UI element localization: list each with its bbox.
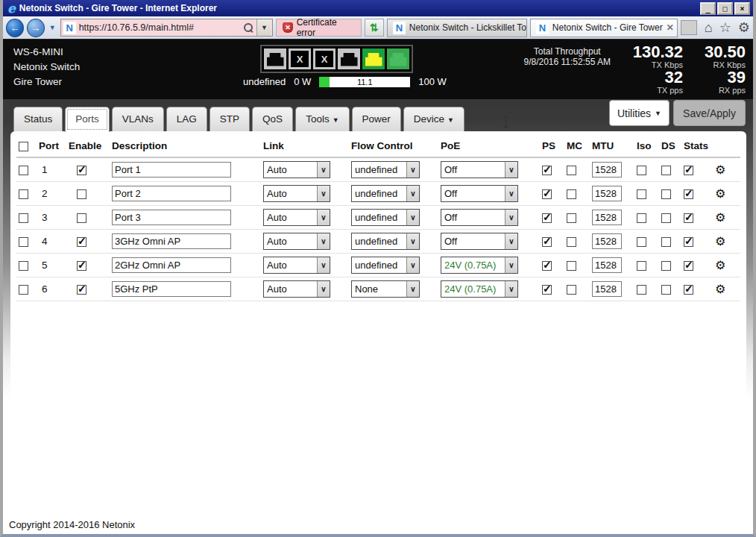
row-select-checkbox[interactable] bbox=[19, 285, 28, 295]
back-button[interactable]: ← bbox=[6, 19, 24, 37]
port-settings-gear-icon[interactable]: ⚙ bbox=[715, 259, 725, 271]
description-input[interactable] bbox=[112, 210, 231, 225]
ds-checkbox[interactable] bbox=[661, 261, 671, 271]
iso-checkbox[interactable] bbox=[637, 237, 646, 247]
refresh-button[interactable]: ⇅ bbox=[365, 19, 384, 37]
enable-checkbox[interactable] bbox=[77, 261, 86, 271]
browser-tab[interactable]: NNetonix Switch - Lickskillet Tower bbox=[387, 19, 527, 37]
ds-checkbox[interactable] bbox=[661, 237, 671, 247]
flow-control-select[interactable]: undefined∨ bbox=[351, 257, 420, 274]
tab-stp[interactable]: STP bbox=[210, 107, 250, 131]
description-input[interactable] bbox=[112, 233, 231, 249]
search-icon[interactable] bbox=[244, 23, 253, 33]
link-select[interactable]: Auto∨ bbox=[263, 280, 330, 298]
row-select-checkbox[interactable] bbox=[19, 261, 28, 271]
maximize-button[interactable]: □ bbox=[717, 2, 733, 15]
tab-power[interactable]: Power bbox=[352, 107, 401, 131]
enable-checkbox[interactable] bbox=[77, 285, 86, 295]
tab-status[interactable]: Status bbox=[13, 107, 63, 131]
description-input[interactable] bbox=[112, 257, 231, 273]
iso-checkbox[interactable] bbox=[637, 213, 646, 223]
ps-checkbox[interactable] bbox=[542, 213, 552, 223]
mc-checkbox[interactable] bbox=[567, 166, 576, 175]
mc-checkbox[interactable] bbox=[567, 285, 576, 295]
mc-checkbox[interactable] bbox=[567, 189, 576, 199]
mtu-input[interactable] bbox=[592, 281, 622, 297]
address-bar[interactable]: N https://10.76.5.9/main.html# ▼ bbox=[60, 19, 274, 37]
mtu-input[interactable] bbox=[592, 257, 622, 273]
flow-control-select[interactable]: None∨ bbox=[351, 280, 420, 298]
tab-close-icon[interactable]: ✕ bbox=[667, 22, 674, 33]
link-select[interactable]: Auto∨ bbox=[263, 185, 330, 202]
minimize-button[interactable]: _ bbox=[700, 2, 716, 15]
enable-checkbox[interactable] bbox=[77, 237, 86, 247]
url-text[interactable]: https://10.76.5.9/main.html# bbox=[79, 22, 242, 33]
enable-checkbox[interactable] bbox=[77, 213, 86, 223]
port-settings-gear-icon[interactable]: ⚙ bbox=[715, 235, 725, 248]
stats-checkbox[interactable] bbox=[684, 213, 693, 223]
mtu-input[interactable] bbox=[592, 210, 622, 225]
link-select[interactable]: Auto∨ bbox=[263, 209, 330, 226]
flow-control-select[interactable]: undefined∨ bbox=[351, 161, 420, 178]
ds-checkbox[interactable] bbox=[661, 213, 671, 223]
ds-checkbox[interactable] bbox=[661, 285, 671, 295]
ps-checkbox[interactable] bbox=[542, 166, 552, 175]
close-button[interactable]: × bbox=[734, 2, 750, 15]
stats-checkbox[interactable] bbox=[684, 166, 693, 175]
description-input[interactable] bbox=[112, 281, 231, 297]
browser-tab[interactable]: NNetonix Switch - Gire Tower✕ bbox=[530, 19, 678, 37]
mtu-input[interactable] bbox=[592, 233, 622, 249]
home-icon[interactable]: ⌂ bbox=[705, 20, 713, 36]
favorites-star-icon[interactable]: ☆ bbox=[719, 19, 731, 36]
port-settings-gear-icon[interactable]: ⚙ bbox=[715, 283, 725, 295]
iso-checkbox[interactable] bbox=[637, 261, 646, 271]
tab-qos[interactable]: QoS bbox=[252, 107, 293, 131]
save-apply-button[interactable]: Save/Apply bbox=[673, 100, 746, 126]
address-dropdown-icon[interactable]: ▼ bbox=[256, 19, 271, 36]
settings-gear-icon[interactable]: ⚙ bbox=[738, 19, 750, 36]
poe-select[interactable]: Off∨ bbox=[441, 209, 518, 226]
port-settings-gear-icon[interactable]: ⚙ bbox=[715, 187, 725, 200]
stats-checkbox[interactable] bbox=[684, 189, 693, 199]
recent-pages-dropdown-icon[interactable]: ▼ bbox=[49, 24, 56, 31]
link-select[interactable]: Auto∨ bbox=[263, 257, 330, 274]
ps-checkbox[interactable] bbox=[542, 261, 552, 271]
row-select-checkbox[interactable] bbox=[19, 237, 28, 247]
tab-lag[interactable]: LAG bbox=[166, 107, 207, 131]
port-settings-gear-icon[interactable]: ⚙ bbox=[715, 211, 725, 224]
mtu-input[interactable] bbox=[592, 162, 622, 178]
stats-checkbox[interactable] bbox=[684, 261, 693, 271]
row-select-checkbox[interactable] bbox=[19, 166, 28, 175]
mc-checkbox[interactable] bbox=[567, 261, 576, 271]
mc-checkbox[interactable] bbox=[567, 213, 576, 223]
mc-checkbox[interactable] bbox=[567, 237, 576, 247]
row-select-checkbox[interactable] bbox=[19, 189, 28, 199]
flow-control-select[interactable]: undefined∨ bbox=[351, 209, 420, 226]
ps-checkbox[interactable] bbox=[542, 285, 552, 295]
poe-select[interactable]: Off∨ bbox=[441, 233, 518, 250]
description-input[interactable] bbox=[112, 162, 231, 178]
select-all-checkbox[interactable] bbox=[19, 142, 28, 151]
certificate-error-button[interactable]: ✕ Certificate error bbox=[276, 19, 362, 37]
utilities-button[interactable]: Utilities▼ bbox=[609, 100, 670, 126]
flow-control-select[interactable]: undefined∨ bbox=[351, 185, 420, 202]
poe-select[interactable]: Off∨ bbox=[441, 185, 518, 202]
iso-checkbox[interactable] bbox=[637, 166, 646, 175]
ps-checkbox[interactable] bbox=[542, 237, 552, 247]
tab-ports[interactable]: Ports bbox=[65, 107, 110, 132]
ps-checkbox[interactable] bbox=[542, 189, 552, 199]
ds-checkbox[interactable] bbox=[661, 166, 671, 175]
iso-checkbox[interactable] bbox=[637, 189, 646, 199]
tab-vlans[interactable]: VLANs bbox=[112, 107, 164, 131]
forward-button[interactable]: → bbox=[27, 19, 45, 37]
flow-control-select[interactable]: undefined∨ bbox=[351, 233, 420, 250]
poe-select[interactable]: 24V (0.75A)∨ bbox=[441, 257, 518, 274]
row-select-checkbox[interactable] bbox=[19, 213, 28, 223]
link-select[interactable]: Auto∨ bbox=[263, 161, 330, 178]
tab-device[interactable]: Device▼ bbox=[403, 107, 464, 131]
poe-select[interactable]: Off∨ bbox=[441, 161, 518, 178]
link-select[interactable]: Auto∨ bbox=[263, 233, 330, 250]
enable-checkbox[interactable] bbox=[77, 166, 86, 175]
iso-checkbox[interactable] bbox=[637, 285, 646, 295]
poe-select[interactable]: 24V (0.75A)∨ bbox=[441, 280, 518, 298]
